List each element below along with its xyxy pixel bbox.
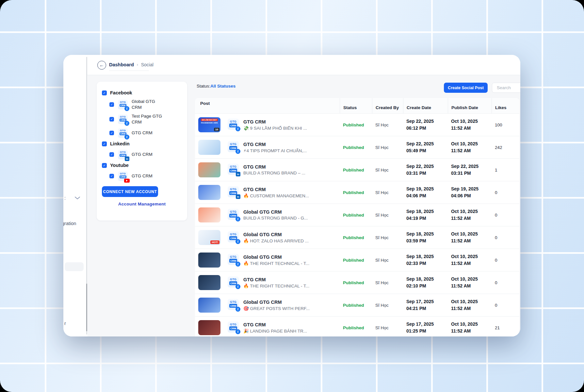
- checkbox-checked[interactable]: ✓: [109, 131, 114, 135]
- back-button[interactable]: ←: [97, 61, 106, 70]
- create-date-value: Sep 18, 2025: [406, 253, 434, 260]
- post-row[interactable]: GTGCRMfGTG CRM🎉 LANDING PAGE BÁNH TR...P…: [195, 317, 519, 336]
- gtg-crm-avatar: GTGCRMf: [118, 100, 128, 109]
- post-account-name: GTG CRM: [243, 187, 340, 192]
- status-filter[interactable]: Status:All Statuses: [197, 84, 235, 89]
- posts-table: Post Status Created By Create Date Publi…: [195, 98, 519, 336]
- post-text: Global GTG CRM🔥 HOT: ZALO HAS ARRIVED ..…: [243, 232, 340, 243]
- avatar-gtg-label: GTG: [118, 101, 128, 104]
- nav-item-partial-integration[interactable]: gration: [63, 221, 76, 226]
- gtg-crm-avatar: GTGCRMin: [228, 186, 239, 197]
- post-created-by: Sĩ Học: [375, 280, 389, 285]
- post-likes-count: 0: [495, 303, 497, 308]
- checkbox-checked[interactable]: ✓: [102, 90, 107, 95]
- post-account-name: GTG CRM: [243, 164, 340, 170]
- account-filter-item[interactable]: ✓GTGCRMfGlobal GTG CRM: [109, 99, 182, 110]
- publish-time-value: 11:52 AM: [451, 305, 478, 312]
- avatar-gtg-label: GTG: [228, 210, 239, 213]
- breadcrumb-dashboard[interactable]: Dashboard: [109, 62, 134, 67]
- facebook-icon: f: [124, 106, 129, 111]
- publish-date-value: Oct 10, 2025: [451, 298, 478, 305]
- publish-date-value: Sep 22, 2025: [451, 163, 479, 170]
- account-filter-item[interactable]: ✓GTGCRMinGTG CRM: [109, 150, 182, 159]
- gtg-crm-avatar: GTGCRM: [118, 171, 128, 181]
- gtg-crm-avatar: GTGCRMf: [228, 321, 239, 333]
- column-header-created-by: Created By: [372, 98, 403, 113]
- avatar-crm-label: CRM: [120, 175, 126, 178]
- post-likes-count: 21: [495, 325, 500, 330]
- post-row[interactable]: GTGCRMfGlobal GTG CRM🎯 GREAT POSTS WITH …: [195, 294, 519, 317]
- post-created-by: Sĩ Học: [375, 145, 389, 150]
- nav-item-highlighted[interactable]: [65, 262, 84, 271]
- post-status: Published: [343, 168, 364, 172]
- nav-item-partial-colon[interactable]: :: [64, 195, 66, 201]
- post-thumbnail: [198, 207, 220, 222]
- post-create-date: Sep 18, 202503:59 PM: [406, 231, 434, 244]
- create-social-post-button[interactable]: Create Social Post: [444, 83, 488, 93]
- create-date-value: Sep 18, 2025: [406, 276, 434, 283]
- post-thumbnail: [198, 320, 220, 335]
- checkbox-checked[interactable]: ✓: [109, 102, 114, 107]
- post-status: Published: [343, 258, 364, 263]
- post-thumbnail: [198, 298, 220, 313]
- create-time-value: 01:25 PM: [406, 328, 434, 335]
- avatar-gtg-label: GTG: [118, 115, 128, 118]
- platform-section-linkedin: ✓Linkedin: [102, 141, 182, 146]
- post-row[interactable]: GTGCRMfGlobal GTG CRM🔥 THE RIGHT TECHNIC…: [195, 249, 519, 271]
- post-row[interactable]: GTGCRMfGTG CRM🔥 THE RIGHT TECHNICAL - T.…: [195, 271, 519, 294]
- gtg-crm-avatar: GTGCRMf: [228, 141, 239, 152]
- create-date-value: Sep 22, 2025: [406, 118, 434, 125]
- avatar-gtg-label: GTG: [228, 255, 239, 258]
- thumbnail-badge: 10: [214, 128, 219, 131]
- account-name: GTG CRM: [132, 152, 153, 157]
- breadcrumb: Dashboard › Social: [109, 62, 154, 67]
- avatar-crm-label: CRM: [120, 104, 126, 107]
- post-thumbnail: [198, 162, 220, 177]
- publish-time-value: 11:52 AM: [451, 125, 478, 132]
- cropped-left-nav: : gration r: [63, 55, 86, 336]
- account-management-link[interactable]: Account Management: [102, 202, 182, 206]
- avatar-gtg-label: GTG: [228, 142, 239, 146]
- post-row[interactable]: GTGCRMfGlobal GTG CRMBUILD A STRONG BRAN…: [195, 204, 519, 226]
- account-filter-item[interactable]: ✓GTGCRMfTest Page GTG CRM: [109, 113, 182, 125]
- gtg-crm-avatar: GTGCRMin: [228, 164, 239, 175]
- post-status: Published: [343, 280, 364, 285]
- post-row[interactable]: SAI LẦM KHI CHẠYFACEBOOK ADS10GTGCRMfGTG…: [195, 114, 519, 136]
- search-input[interactable]: [492, 83, 520, 93]
- post-row[interactable]: HOT!GTGCRMfGlobal GTG CRM🔥 HOT: ZALO HAS…: [195, 226, 519, 249]
- checkbox-checked[interactable]: ✓: [102, 141, 107, 146]
- linkedin-icon: in: [125, 156, 129, 161]
- gtg-crm-avatar: GTGCRMf: [228, 299, 239, 310]
- platform-section-youtube: ✓Youtube: [102, 163, 182, 168]
- checkbox-checked[interactable]: ✓: [109, 117, 114, 122]
- publish-time-value: 11:52 AM: [451, 260, 478, 267]
- post-account-name: GTG CRM: [243, 322, 340, 327]
- linkedin-icon: in: [236, 194, 240, 199]
- nav-scrollbar-thumb[interactable]: [86, 284, 87, 331]
- status-filter-value[interactable]: All Statuses: [210, 84, 235, 89]
- post-row[interactable]: GTGCRMinGTG CRMBUILD A STRONG BRAND – ..…: [195, 159, 519, 181]
- breadcrumb-social: Social: [141, 62, 154, 67]
- nav-item-partial-r[interactable]: r: [64, 321, 66, 326]
- post-account-name: Global GTG CRM: [243, 232, 340, 237]
- post-likes-count: 242: [495, 145, 502, 150]
- post-account-name: Global GTG CRM: [243, 254, 340, 260]
- post-publish-date: Oct 10, 202511:52 AM: [451, 253, 478, 267]
- account-filter-item[interactable]: ✓GTGCRMfGTG CRM: [109, 128, 182, 138]
- post-likes-count: 100: [495, 122, 502, 127]
- checkbox-checked[interactable]: ✓: [109, 152, 114, 157]
- thumbnail-top-label: SAI LẦM KHI CHẠY: [201, 119, 218, 121]
- avatar-gtg-label: GTG: [118, 151, 128, 154]
- checkbox-checked[interactable]: ✓: [109, 174, 114, 178]
- account-filter-item[interactable]: ✓GTGCRMGTG CRM: [109, 171, 182, 181]
- post-row[interactable]: GTGCRMfGTG CRM⚡4 TIPS PROMPT AI CHUẨN,..…: [195, 136, 519, 159]
- publish-time-value: 03:31 PM: [451, 170, 479, 177]
- checkbox-checked[interactable]: ✓: [102, 163, 107, 168]
- post-row[interactable]: GTGCRMinGTG CRM🔥 CUSTOMER MANAGEMEN...Pu…: [195, 181, 519, 204]
- publish-time-value: 11:52 AM: [451, 237, 478, 244]
- platform-label: Linkedin: [110, 141, 130, 146]
- column-header-likes: Likes: [492, 98, 519, 113]
- posts-table-header: Post Status Created By Create Date Publi…: [195, 98, 519, 114]
- connect-new-account-button[interactable]: CONNECT NEW ACCOUNT: [102, 186, 158, 197]
- window-header: ← Dashboard › Social: [86, 55, 520, 75]
